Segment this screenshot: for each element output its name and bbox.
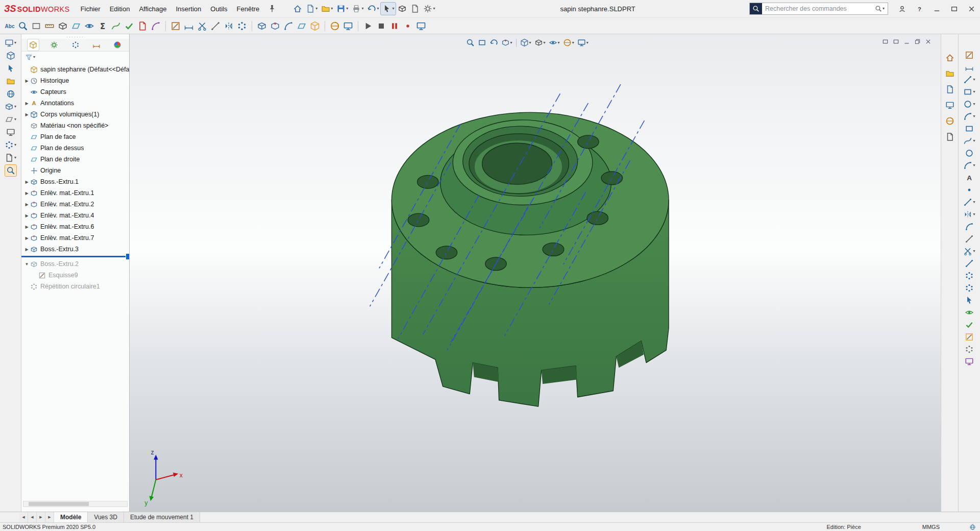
dropdown-caret[interactable]: ▾	[973, 212, 975, 216]
appearance-button[interactable]	[328, 19, 341, 33]
menu-fichier[interactable]: Fichier	[76, 3, 105, 15]
graphics-area[interactable]: z x y ▾▾▾▾▾▾	[130, 34, 941, 512]
magnified-selection-button[interactable]	[16, 19, 30, 33]
sensor-button[interactable]	[83, 19, 96, 33]
dropdown-caret[interactable]: ▾	[973, 163, 975, 167]
save-button[interactable]: ▾	[335, 3, 350, 15]
tree-display-button[interactable]: ▾	[4, 152, 17, 163]
arc-button[interactable]: ▾	[962, 111, 976, 122]
hide-show-items-button[interactable]: ▾	[547, 37, 561, 49]
solidworks-resources-button[interactable]	[944, 52, 956, 64]
select-tool-button[interactable]	[5, 63, 16, 74]
centerline-button[interactable]: ▾	[962, 197, 976, 208]
expand-arrow[interactable]: ▶	[23, 236, 30, 240]
dropdown-caret[interactable]: ▾	[14, 41, 16, 45]
grid-snap-button[interactable]	[964, 344, 975, 355]
dropdown-caret[interactable]: ▾	[558, 41, 560, 45]
tree-item[interactable]: ▶Enlèv. mat.-Extru.6	[21, 221, 129, 232]
display-monitor-button[interactable]	[5, 127, 16, 138]
rollback-bar[interactable]	[21, 256, 129, 257]
pause-button[interactable]	[388, 19, 401, 33]
tree-item[interactable]: ▼Boss.-Extru.2	[21, 258, 129, 270]
zoom-fit-button[interactable]	[464, 37, 476, 49]
tab-scroll-first[interactable]: ◀	[19, 512, 28, 522]
fillet-button[interactable]	[282, 19, 295, 33]
tree-item[interactable]: ▶Enlèv. mat.-Extru.2	[21, 199, 129, 210]
tab-scroll-next[interactable]: ▶	[37, 512, 45, 522]
point-button[interactable]	[964, 184, 975, 196]
units-label[interactable]: MMGS	[922, 524, 940, 530]
open-document-button[interactable]: ▾	[320, 3, 334, 15]
appearances-scenes-button[interactable]	[944, 115, 956, 127]
dropdown-caret[interactable]: ▾	[973, 102, 975, 106]
tab-vues-3d[interactable]: Vues 3D	[88, 512, 124, 522]
circle-button[interactable]: ▾	[962, 99, 976, 110]
tree-item[interactable]: ▶Corps volumiques(1)	[21, 109, 129, 120]
print-button[interactable]: ▾	[350, 3, 365, 15]
featuremanager-tree-button[interactable]	[28, 39, 39, 51]
file-properties-button[interactable]	[409, 3, 421, 15]
scrollbar-thumb[interactable]	[29, 502, 89, 506]
trim-entities-button[interactable]	[195, 19, 209, 33]
dropdown-caret[interactable]: ▾	[529, 41, 531, 45]
smart-dimension-button[interactable]	[182, 19, 195, 33]
tree-item[interactable]: Esquisse9	[21, 270, 129, 281]
extend-entities-button[interactable]	[964, 258, 975, 269]
expand-arrow[interactable]: ▶	[23, 213, 30, 218]
play-button[interactable]	[361, 19, 375, 33]
scene-button[interactable]	[341, 19, 355, 33]
dropdown-caret[interactable]: ▾	[586, 41, 589, 45]
panel-splitter-grip[interactable]: ·······	[21, 34, 129, 39]
edition-label[interactable]: Edition: Pièce	[827, 524, 861, 530]
dropdown-caret[interactable]: ▾	[315, 7, 317, 11]
tree-item[interactable]: ▶Annotations	[21, 98, 129, 109]
repair-sketch-button[interactable]	[964, 319, 975, 330]
display-style-button[interactable]: ▾	[533, 37, 547, 49]
world-button[interactable]	[5, 88, 16, 100]
tree-item[interactable]: ▶Enlèv. mat.-Extru.7	[21, 232, 129, 244]
section-view-button[interactable]: ▾	[500, 37, 514, 49]
polygon-button[interactable]	[964, 123, 975, 134]
sketch-button[interactable]	[964, 50, 975, 61]
undo-button[interactable]: ▾	[365, 3, 380, 15]
rollback-handle[interactable]	[126, 253, 129, 260]
tab-scroll-prev[interactable]: ◀	[28, 512, 37, 522]
dropdown-caret[interactable]: ▾	[331, 7, 333, 11]
search-go-button[interactable]: ▾	[873, 4, 886, 14]
close-viewport-button[interactable]	[924, 37, 933, 46]
expand-arrow[interactable]: ▶	[23, 191, 30, 196]
tree-item[interactable]: ▶Boss.-Extru.1	[21, 176, 129, 187]
tree-item[interactable]: Plan de dessus	[21, 142, 129, 154]
xpress-products-button[interactable]	[396, 3, 408, 15]
dimxpertmanager-button[interactable]	[91, 39, 102, 51]
dropdown-caret[interactable]: ▾	[883, 7, 885, 11]
dropdown-caret[interactable]: ▾	[973, 200, 975, 204]
sketch-picture-button[interactable]	[964, 356, 975, 367]
screen-capture-button[interactable]	[414, 19, 428, 33]
expand-arrow[interactable]: ▶	[23, 202, 30, 207]
close-window-button[interactable]	[963, 2, 980, 16]
edit-sketch-button[interactable]	[169, 19, 182, 33]
displaymanager-button[interactable]	[112, 39, 123, 51]
convert-entities-button[interactable]	[209, 19, 222, 33]
expand-arrow[interactable]: ▶	[23, 79, 30, 83]
import-diagnostics-button[interactable]	[136, 19, 149, 33]
user-account-button[interactable]	[893, 2, 911, 16]
filter-diamond-button[interactable]: ▾	[4, 114, 17, 125]
dropdown-caret[interactable]: ▾	[544, 41, 546, 45]
dropdown-caret[interactable]: ▾	[346, 7, 348, 11]
select-button[interactable]: ▾	[381, 3, 396, 15]
view-palette-button[interactable]	[944, 99, 956, 111]
expand-arrow[interactable]: ▶	[23, 180, 30, 184]
web-help-button[interactable]	[968, 522, 977, 531]
dropdown-caret[interactable]: ▾	[973, 139, 975, 143]
dropdown-caret[interactable]: ▾	[14, 105, 16, 109]
dropdown-caret[interactable]: ▾	[973, 78, 975, 82]
view-carousel-button[interactable]: ▾	[4, 37, 17, 49]
features-extrude-button[interactable]	[255, 19, 268, 33]
view-orientation-button[interactable]: ▾	[519, 37, 533, 49]
expand-arrow[interactable]: ▶	[23, 112, 30, 117]
pane-tabs-button[interactable]	[892, 37, 900, 46]
linear-pattern-button[interactable]	[235, 19, 249, 33]
tree-item[interactable]: Matériau <non spécifié>	[21, 120, 129, 131]
